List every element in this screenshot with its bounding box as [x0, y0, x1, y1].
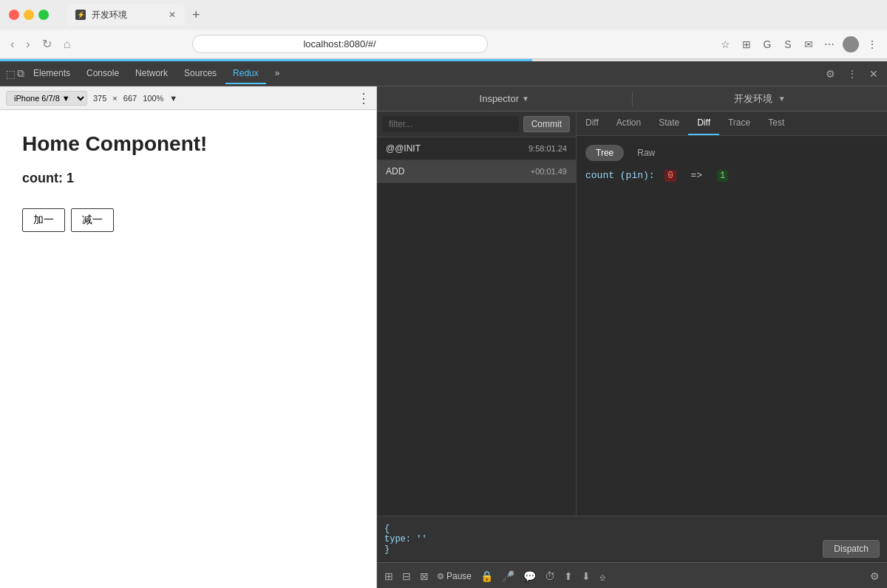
bt-icon-timer[interactable]: ⏱ [545, 570, 555, 582]
bt-icon-network[interactable]: ⎒ [599, 570, 605, 582]
bottom-toolbar: ⊞ ⊟ ⊠ Pause 🔒 🎤 💬 ⏱ ⬆ ⬇ ⎒ ⚙ [377, 562, 887, 588]
browser-chrome: ⚡ 开发环境 ✕ + ‹ › ↻ ⌂ ☆ ⊞ G S ✉ ⋯ ⋮ [0, 0, 887, 59]
viewport-x: × [112, 94, 117, 103]
commit-button[interactable]: Commit [523, 116, 570, 132]
devtools-close-icon[interactable]: ✕ [866, 66, 881, 81]
menu-icon[interactable]: ⋮ [865, 37, 880, 52]
new-tab-button[interactable]: + [188, 7, 205, 23]
diff-arrow-symbol: => [686, 170, 707, 181]
profile-icon[interactable] [843, 36, 859, 52]
diff-display: count (pin): 0 => 1 [585, 170, 878, 181]
bt-icon-mic[interactable]: 🎤 [502, 570, 514, 582]
count-display: count: 1 [22, 171, 354, 186]
address-input[interactable] [192, 35, 488, 53]
device-toggle-icon[interactable]: ⧉ [17, 67, 24, 80]
env-header-label: 开发环境 ▼ [633, 92, 888, 106]
close-button[interactable] [9, 10, 19, 20]
tab-console[interactable]: Console [79, 64, 126, 84]
viewport-height: 667 [123, 94, 137, 103]
tab-network[interactable]: Network [128, 64, 175, 84]
bookmark-icon[interactable]: ☆ [718, 37, 733, 52]
bt-icon-download2[interactable]: ⬇ [582, 570, 591, 582]
minimize-button[interactable] [24, 10, 34, 20]
detail-panel: Diff Action State Diff Trace Test Tree R… [577, 112, 887, 516]
devtools-panel: Inspector ▼ 开发环境 ▼ Commit [377, 86, 887, 588]
forward-button[interactable]: › [23, 36, 33, 52]
action-time-add: +00:01.49 [531, 167, 567, 176]
devtools-toolbar-right: ⚙ ⋮ ✕ [823, 66, 881, 81]
tab-action[interactable]: Action [608, 112, 650, 135]
reload-button[interactable]: ↻ [39, 35, 55, 52]
redux-panel: Inspector ▼ 开发环境 ▼ Commit [377, 86, 887, 588]
tab-title: 开发环境 [92, 9, 163, 21]
dispatch-line-1: { [384, 524, 823, 534]
subtract-button[interactable]: 减一 [71, 208, 114, 232]
s-icon[interactable]: S [781, 37, 795, 52]
tab-diff-1[interactable]: Diff [577, 112, 608, 135]
device-toolbar-options-icon[interactable]: ⋮ [357, 90, 370, 106]
tab-close-icon[interactable]: ✕ [169, 10, 176, 20]
toolbar-icons: ☆ ⊞ G S ✉ ⋯ ⋮ [718, 36, 880, 52]
tab-more[interactable]: » [268, 64, 288, 84]
action-list: @@INIT 9:58:01.24 ADD +00:01.49 [377, 137, 576, 516]
count-buttons: 加一 减一 [22, 208, 354, 232]
tab-trace[interactable]: Trace [719, 112, 759, 135]
home-title: Home Component! [22, 132, 354, 156]
action-item-add[interactable]: ADD +00:01.49 [377, 160, 576, 183]
sub-tab-tree[interactable]: Tree [585, 145, 624, 161]
back-button[interactable]: ‹ [7, 36, 17, 52]
tab-diff-2[interactable]: Diff [688, 112, 719, 135]
action-name-add: ADD [386, 166, 404, 177]
bt-icon-2[interactable]: ⊟ [402, 570, 411, 582]
env-dropdown-icon[interactable]: ▼ [778, 95, 786, 103]
pause-button[interactable]: Pause [438, 571, 472, 581]
tab-state[interactable]: State [650, 112, 688, 135]
app-viewport: iPhone 6/7/8 ▼ 375 × 667 100% ▼ ⋮ Home C… [0, 86, 377, 588]
bt-icon-lock[interactable]: 🔒 [480, 570, 493, 582]
mail-icon[interactable]: ✉ [801, 37, 816, 52]
count-value: 1 [67, 171, 74, 185]
dispatch-line-2: type: '' [384, 534, 823, 544]
bt-settings-icon[interactable]: ⚙ [870, 570, 880, 582]
tab-elements[interactable]: Elements [26, 64, 78, 84]
zoom-level: 100% [143, 94, 163, 103]
tab-test[interactable]: Test [759, 112, 793, 135]
inspector-dropdown-icon[interactable]: ▼ [522, 95, 529, 103]
devtools-settings-icon[interactable]: ⚙ [823, 66, 838, 81]
devtools-toolbar: ⬚ ⧉ Elements Console Network Sources Red… [0, 61, 887, 86]
filter-input[interactable] [383, 116, 519, 132]
translate-icon[interactable]: G [760, 37, 775, 52]
bt-icon-download1[interactable]: ⬆ [564, 570, 573, 582]
detail-content: Tree Raw count (pin): 0 => 1 [577, 136, 887, 516]
grid-icon[interactable]: ⊞ [739, 37, 754, 52]
devtools-more-icon[interactable]: ⋮ [844, 66, 860, 81]
bt-icon-1[interactable]: ⊞ [384, 570, 393, 582]
tab-sources[interactable]: Sources [177, 64, 224, 84]
address-bar: ‹ › ↻ ⌂ ☆ ⊞ G S ✉ ⋯ ⋮ [0, 30, 887, 59]
pause-indicator [438, 573, 444, 579]
detail-tabs: Diff Action State Diff Trace Test [577, 112, 887, 136]
sub-tab-raw[interactable]: Raw [627, 145, 665, 161]
inspector-panel: Commit @@INIT 9:58:01.24 ADD +00:01.49 [377, 112, 577, 516]
diff-key: count (pin): [585, 170, 655, 181]
bt-icon-3[interactable]: ⊠ [420, 570, 429, 582]
action-time-init: 9:58:01.24 [529, 144, 567, 153]
tab-bar: ⚡ 开发环境 ✕ + [61, 1, 878, 28]
device-select[interactable]: iPhone 6/7/8 ▼ [6, 91, 87, 106]
home-button[interactable]: ⌂ [61, 36, 74, 52]
redux-header: Inspector ▼ 开发环境 ▼ [377, 86, 887, 112]
redux-body: Commit @@INIT 9:58:01.24 ADD +00:01.49 [377, 112, 887, 516]
add-button[interactable]: 加一 [22, 208, 65, 232]
bt-icon-msg[interactable]: 💬 [523, 570, 536, 582]
inspect-element-icon[interactable]: ⬚ [6, 68, 16, 80]
main-content: iPhone 6/7/8 ▼ 375 × 667 100% ▼ ⋮ Home C… [0, 86, 887, 588]
puzzle-icon[interactable]: ⋯ [822, 37, 837, 52]
viewport-content: Home Component! count: 1 加一 减一 [0, 110, 376, 588]
traffic-lights [9, 10, 49, 20]
tab-redux[interactable]: Redux [225, 64, 266, 84]
viewport-width: 375 [93, 94, 106, 103]
action-item-init[interactable]: @@INIT 9:58:01.24 [377, 137, 576, 160]
dispatch-button[interactable]: Dispatch [823, 540, 880, 558]
maximize-button[interactable] [38, 10, 49, 20]
browser-tab[interactable]: ⚡ 开发环境 ✕ [67, 4, 185, 26]
